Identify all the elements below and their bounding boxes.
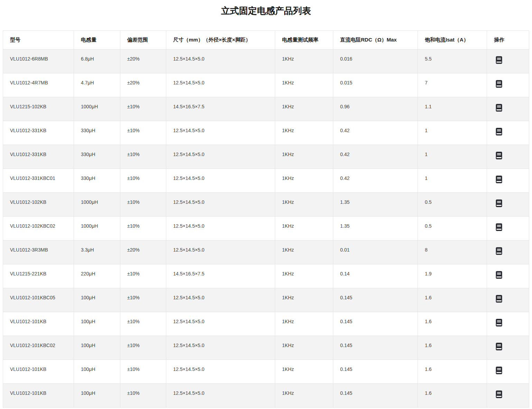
- cell-rdc: 0.145: [333, 336, 418, 360]
- view-detail-button[interactable]: [496, 390, 502, 398]
- cell-rdc: 0.14: [333, 264, 418, 288]
- cell-freq: 1KHz: [275, 73, 333, 97]
- cell-freq: 1KHz: [275, 336, 333, 360]
- cell-size: 12.5×14.5×5.0: [166, 169, 275, 193]
- cell-tolerance: ±10%: [120, 121, 166, 145]
- table-row: VLU1012-331KBC01330μH±10%12.5×14.5×5.01K…: [3, 169, 529, 193]
- view-detail-button[interactable]: [496, 199, 502, 207]
- table-row: VLU1012-102KB1000μH±10%12.5×14.5×5.01KHz…: [3, 193, 529, 217]
- view-detail-button[interactable]: [496, 295, 502, 303]
- table-row: VLU1012-102KBC021000μH±10%12.5×14.5×5.01…: [3, 217, 529, 240]
- cell-model: VLU1012-6R8MB: [3, 49, 74, 73]
- cell-rdc: 0.015: [333, 73, 418, 97]
- cell-isat: 1.6: [418, 336, 487, 360]
- table-row: VLU1012-4R7MB4.7μH±20%12.5×14.5×5.01KHz0…: [3, 73, 529, 97]
- page-title: 立式固定电感产品列表: [0, 6, 532, 16]
- view-detail-button[interactable]: [496, 343, 502, 351]
- view-detail-button[interactable]: [496, 247, 502, 255]
- cell-freq: 1KHz: [275, 288, 333, 312]
- action-cell: [487, 360, 529, 384]
- cell-freq: 1KHz: [275, 97, 333, 121]
- table-row: VLU1012-3R3MB3.3μH±20%12.5×14.5×5.01KHz0…: [3, 240, 529, 264]
- book-icon: [496, 343, 502, 351]
- cell-freq: 1KHz: [275, 193, 333, 217]
- cell-freq: 1KHz: [275, 384, 333, 408]
- book-icon: [496, 271, 502, 279]
- product-table: 型号电感量偏差范围尺寸（mm）（外径×长度×脚距）电感量测试频率直流电阻RDC（…: [3, 30, 529, 408]
- cell-inductance: 4.7μH: [74, 73, 120, 97]
- cell-rdc: 1.35: [333, 217, 418, 240]
- cell-size: 12.5×14.5×5.0: [166, 312, 275, 336]
- action-cell: [487, 240, 529, 264]
- cell-inductance: 1000μH: [74, 217, 120, 240]
- book-icon: [496, 128, 502, 136]
- book-icon: [496, 56, 502, 64]
- table-row: VLU1215-102KB1000μH±10%14.5×16.5×7.51KHz…: [3, 97, 529, 121]
- cell-model: VLU1012-102KBC02: [3, 217, 74, 240]
- cell-isat: 7: [418, 73, 487, 97]
- cell-size: 12.5×14.5×5.0: [166, 73, 275, 97]
- page: 立式固定电感产品列表 型号电感量偏差范围尺寸（mm）（外径×长度×脚距）电感量测…: [0, 6, 532, 408]
- view-detail-button[interactable]: [496, 104, 502, 112]
- cell-model: VLU1012-101KBC02: [3, 336, 74, 360]
- view-detail-button[interactable]: [496, 223, 502, 231]
- view-detail-button[interactable]: [496, 366, 502, 374]
- book-icon: [496, 152, 502, 160]
- cell-size: 12.5×14.5×5.0: [166, 336, 275, 360]
- view-detail-button[interactable]: [496, 128, 502, 136]
- table-head: 型号电感量偏差范围尺寸（mm）（外径×长度×脚距）电感量测试频率直流电阻RDC（…: [3, 31, 529, 49]
- view-detail-button[interactable]: [496, 80, 502, 88]
- cell-size: 14.5×16.5×7.5: [166, 97, 275, 121]
- cell-freq: 1KHz: [275, 121, 333, 145]
- action-cell: [487, 217, 529, 240]
- cell-model: VLU1012-3R3MB: [3, 240, 74, 264]
- cell-isat: 1.1: [418, 97, 487, 121]
- cell-inductance: 100μH: [74, 312, 120, 336]
- table-row: VLU1012-101KB100μH±10%12.5×14.5×5.01KHz0…: [3, 360, 529, 384]
- cell-tolerance: ±20%: [120, 73, 166, 97]
- cell-size: 12.5×14.5×5.0: [166, 384, 275, 408]
- cell-inductance: 6.8μH: [74, 49, 120, 73]
- view-detail-button[interactable]: [496, 175, 502, 183]
- cell-freq: 1KHz: [275, 360, 333, 384]
- book-icon: [496, 104, 502, 112]
- cell-isat: 1.6: [418, 384, 487, 408]
- book-icon: [496, 366, 502, 374]
- cell-tolerance: ±10%: [120, 97, 166, 121]
- action-cell: [487, 49, 529, 73]
- cell-isat: 1.6: [418, 360, 487, 384]
- action-cell: [487, 193, 529, 217]
- cell-rdc: 0.016: [333, 49, 418, 73]
- action-cell: [487, 264, 529, 288]
- column-header-model: 型号: [3, 31, 74, 49]
- table-row: VLU1012-101KBC05100μH±10%12.5×14.5×5.01K…: [3, 288, 529, 312]
- column-header-isat: 饱和电流Isat（A）: [418, 31, 487, 49]
- cell-tolerance: ±10%: [120, 312, 166, 336]
- book-icon: [496, 175, 502, 183]
- view-detail-button[interactable]: [496, 271, 502, 279]
- cell-tolerance: ±10%: [120, 360, 166, 384]
- cell-freq: 1KHz: [275, 49, 333, 73]
- cell-rdc: 0.145: [333, 312, 418, 336]
- cell-size: 12.5×14.5×5.0: [166, 193, 275, 217]
- view-detail-button[interactable]: [496, 152, 502, 160]
- table-row: VLU1012-101KBC02100μH±10%12.5×14.5×5.01K…: [3, 336, 529, 360]
- column-header-action: 操作: [487, 31, 529, 49]
- cell-model: VLU1012-102KB: [3, 193, 74, 217]
- cell-inductance: 330μH: [74, 145, 120, 169]
- cell-size: 12.5×14.5×5.0: [166, 49, 275, 73]
- view-detail-button[interactable]: [496, 56, 502, 64]
- book-icon: [496, 199, 502, 207]
- cell-tolerance: ±10%: [120, 145, 166, 169]
- column-header-size: 尺寸（mm）（外径×长度×脚距）: [166, 31, 275, 49]
- action-cell: [487, 336, 529, 360]
- table-row: VLU1012-331KB330μH±10%12.5×14.5×5.01KHz0…: [3, 145, 529, 169]
- cell-inductance: 100μH: [74, 360, 120, 384]
- cell-isat: 1: [418, 121, 487, 145]
- table-header-row: 型号电感量偏差范围尺寸（mm）（外径×长度×脚距）电感量测试频率直流电阻RDC（…: [3, 31, 529, 49]
- cell-model: VLU1012-331KBC01: [3, 169, 74, 193]
- cell-tolerance: ±10%: [120, 336, 166, 360]
- view-detail-button[interactable]: [496, 319, 502, 327]
- cell-tolerance: ±10%: [120, 384, 166, 408]
- action-cell: [487, 312, 529, 336]
